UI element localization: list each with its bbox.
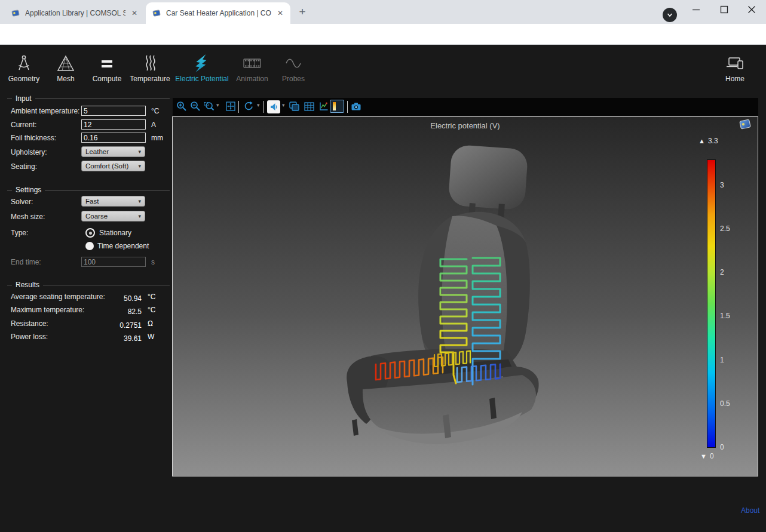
ribbon-electric-potential-button[interactable]: Electric Potential	[173, 53, 231, 83]
tab-title: Application Library | COMSOL Se	[25, 9, 125, 17]
toolbar-separator	[263, 101, 264, 113]
ambient-temperature-label: Ambient temperature:	[11, 107, 79, 115]
resistance-unit: Ω	[148, 319, 153, 328]
electric-potential-icon	[192, 54, 212, 73]
max-temp-value: 82.5	[100, 306, 142, 316]
animation-icon	[242, 54, 262, 73]
current-label: Current:	[11, 121, 36, 129]
seating-label: Seating:	[11, 162, 37, 171]
resistance-label: Resistance:	[11, 319, 48, 328]
zoom-out-button[interactable]	[190, 101, 201, 112]
colorbar-tick: 0.5	[720, 399, 730, 408]
home-devices-icon	[725, 54, 745, 73]
zoom-box-caret-icon[interactable]: ▾	[216, 102, 219, 108]
zoom-extents-button[interactable]	[225, 101, 236, 112]
caret-down-icon: ▾	[138, 163, 141, 169]
grid-button[interactable]	[304, 101, 315, 112]
avg-seating-temp-label: Average seating temperature:	[11, 293, 105, 301]
triangle-up-icon: ▲	[698, 137, 705, 144]
plot-axes-button[interactable]	[318, 101, 329, 112]
color-legend-button-active[interactable]	[330, 100, 344, 113]
upholstery-label: Upholstery:	[11, 148, 47, 156]
comsol-favicon	[152, 8, 161, 18]
reset-view-caret-icon[interactable]: ▾	[257, 102, 260, 108]
tab-close-icon[interactable]: ✕	[130, 9, 139, 17]
max-temp-label: Maximum temperature:	[11, 306, 84, 314]
current-unit: A	[151, 121, 156, 129]
resistance-value: 0.2751	[100, 319, 142, 330]
end-time-unit: s	[151, 258, 155, 266]
graphics-toolbar: ▾ ▾ ▾	[173, 98, 758, 116]
mesh-size-select[interactable]: Coarse ▾	[81, 211, 145, 222]
graphics-canvas[interactable]: Electric potential (V)	[173, 117, 758, 476]
colorbar-max-marker: ▲ 3.3	[698, 137, 718, 145]
probes-icon	[284, 54, 303, 73]
results-section-header: Results	[7, 281, 170, 289]
ambient-temperature-input[interactable]	[81, 106, 146, 116]
colorbar	[707, 159, 716, 448]
mini-colorbar-icon	[333, 102, 336, 110]
type-label: Type:	[11, 229, 28, 237]
ribbon-temperature-button[interactable]: Temperature	[124, 53, 176, 83]
scene-light-caret-icon[interactable]: ▾	[282, 102, 285, 108]
solver-label: Solver:	[11, 198, 33, 206]
solver-select[interactable]: Fast ▾	[81, 196, 145, 207]
zoom-in-button[interactable]	[176, 101, 187, 112]
tab-close-icon[interactable]: ✕	[276, 9, 284, 17]
chevron-down-icon	[666, 11, 673, 19]
power-loss-value: 39.61	[100, 333, 142, 343]
ribbon-home-button[interactable]: Home	[709, 53, 761, 83]
temperature-icon	[141, 54, 159, 73]
comsol-logo-badge	[740, 119, 750, 129]
tab-car-seat-heater[interactable]: Car Seat Heater Application | CO ✕	[146, 2, 290, 24]
mesh-size-label: Mesh size:	[11, 213, 45, 221]
window-minimize-button[interactable]	[692, 5, 700, 14]
avg-seating-temp-value: 50.94	[100, 293, 142, 303]
mesh-icon	[56, 54, 75, 73]
search-tabs-button[interactable]	[663, 8, 677, 22]
window-close-button[interactable]	[747, 5, 756, 14]
triangle-down-icon: ▼	[700, 453, 707, 460]
tab-title: Car Seat Heater Application | CO	[166, 9, 271, 17]
window-maximize-button[interactable]	[720, 5, 728, 14]
power-loss-label: Power loss:	[11, 333, 48, 341]
settings-section-header: Settings	[7, 186, 170, 194]
colorbar-tick: 2	[720, 268, 724, 276]
about-link[interactable]: About	[741, 506, 759, 515]
radio-stationary[interactable]: Stationary	[85, 228, 131, 238]
foil-thickness-unit: mm	[151, 134, 163, 142]
new-tab-button[interactable]: +	[295, 5, 310, 19]
tab-application-library[interactable]: Application Library | COMSOL Se ✕	[5, 5, 145, 21]
car-seat-3d-model	[173, 117, 758, 476]
scene-light-icon	[269, 102, 278, 112]
radio-time-dependent[interactable]: Time dependent	[85, 242, 149, 250]
foil-thickness-label: Foil thickness:	[11, 134, 56, 142]
caret-down-icon: ▾	[138, 149, 141, 155]
caret-down-icon: ▾	[138, 198, 141, 204]
colorbar-tick: 3	[720, 181, 724, 189]
url-bar-row: comsol.com/server-demo/app/car_seat_heat…	[0, 24, 766, 45]
upholstery-select[interactable]: Leather ▾	[81, 146, 145, 157]
compute-icon	[98, 54, 116, 73]
foil-thickness-input[interactable]	[81, 133, 146, 143]
avg-seating-temp-unit: °C	[148, 293, 155, 301]
colorbar-tick: 1.5	[720, 312, 730, 320]
tab-strip: Application Library | COMSOL Se ✕ Car Se…	[0, 0, 766, 24]
seating-select[interactable]: Comfort (Soft) ▾	[81, 161, 145, 171]
browser-window: Application Library | COMSOL Se ✕ Car Se…	[0, 0, 766, 532]
colorbar-tick: 1	[720, 356, 724, 364]
radio-selected-icon	[85, 228, 95, 238]
toolbar-separator	[347, 101, 348, 113]
reset-view-button[interactable]	[243, 100, 255, 112]
scene-light-button[interactable]	[267, 100, 280, 113]
seat-backrest	[418, 212, 530, 373]
radio-unselected-icon	[85, 242, 94, 250]
caret-down-icon: ▾	[138, 213, 141, 219]
zoom-box-button[interactable]	[204, 101, 215, 112]
power-loss-unit: W	[148, 333, 154, 341]
current-input[interactable]	[81, 119, 146, 130]
comsol-favicon	[11, 8, 20, 18]
transparency-button[interactable]	[289, 101, 300, 112]
snapshot-camera-button[interactable]	[351, 101, 362, 112]
input-section-header: Input	[7, 94, 170, 103]
